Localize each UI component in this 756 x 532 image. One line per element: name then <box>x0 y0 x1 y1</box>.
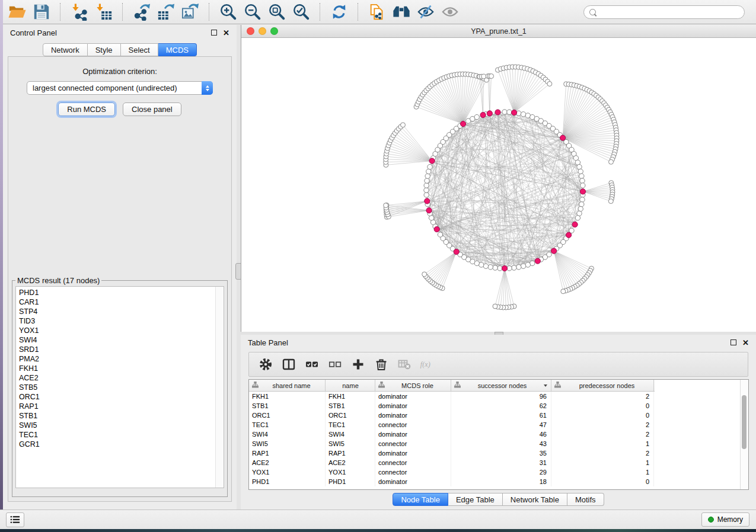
mcds-result-item[interactable]: ORC1 <box>19 392 224 402</box>
table-cell: connector <box>375 439 451 448</box>
mcds-result-item[interactable]: PHD1 <box>19 288 224 297</box>
node-table-row[interactable]: YOX1YOX1connector291 <box>249 467 748 477</box>
tab-mcds[interactable]: MCDS <box>158 43 197 56</box>
import-table-icon[interactable] <box>95 3 113 21</box>
optimization-criterion-select[interactable]: largest connected component (undirected) <box>27 81 213 95</box>
vertical-splitter[interactable] <box>237 25 241 509</box>
table-cell: SWI5 <box>249 439 326 448</box>
node-table-row[interactable]: ORC1ORC1dominator610 <box>249 411 748 420</box>
mcds-result-item[interactable]: ACE2 <box>19 373 224 383</box>
zoom-in-icon[interactable] <box>219 3 237 21</box>
table-cell: dominator <box>375 411 451 420</box>
network-canvas[interactable] <box>241 38 756 332</box>
close-window-icon[interactable] <box>247 27 254 35</box>
control-panel: Control Panel ✕ NetworkStyleSelectMCDS O… <box>3 25 237 509</box>
minimize-window-icon[interactable] <box>259 27 266 35</box>
select-all-icon[interactable] <box>304 357 320 371</box>
settings-icon[interactable] <box>258 357 273 371</box>
column-header-successor-nodes[interactable]: successor nodes <box>451 380 551 391</box>
deselect-all-icon[interactable] <box>327 357 343 371</box>
mcds-result-item[interactable]: PMA2 <box>19 354 224 364</box>
zoom-selected-icon[interactable] <box>292 3 310 21</box>
refresh-layout-icon[interactable] <box>330 3 348 21</box>
mcds-result-item[interactable]: FKH1 <box>19 364 224 373</box>
node-table-row[interactable]: STB1STB1dominator620 <box>249 401 748 411</box>
close-panel-icon[interactable]: ✕ <box>742 339 749 347</box>
run-mcds-button[interactable]: Run MCDS <box>58 102 115 116</box>
table-scrollbar[interactable] <box>740 380 748 489</box>
mcds-result-item[interactable]: GCR1 <box>19 440 224 449</box>
table-cell: ORC1 <box>326 411 375 420</box>
tab-select[interactable]: Select <box>121 43 158 56</box>
column-type-icon <box>454 382 461 389</box>
table-cell: 96 <box>451 392 551 401</box>
export-network-icon[interactable] <box>133 3 151 21</box>
open-file-icon[interactable] <box>8 3 26 21</box>
zoom-fit-icon[interactable] <box>268 3 286 21</box>
table-cell: dominator <box>375 448 451 458</box>
list-button[interactable] <box>6 512 24 527</box>
table-cell: ACE2 <box>326 458 375 467</box>
node-table-row[interactable]: SWI5SWI5connector431 <box>249 439 748 448</box>
delete-row-icon[interactable] <box>374 357 389 371</box>
save-session-icon[interactable] <box>33 3 50 21</box>
memory-button[interactable]: Memory <box>701 512 749 527</box>
export-table-icon[interactable] <box>157 3 175 21</box>
table-cell: 2 <box>551 392 654 401</box>
table-cell: 47 <box>451 420 551 430</box>
mcds-result-item[interactable]: STB1 <box>19 411 224 421</box>
zoom-out-icon[interactable] <box>244 3 261 21</box>
scrollbar-thumb[interactable] <box>742 395 747 449</box>
node-table-row[interactable]: RAP1RAP1dominator352 <box>249 448 748 458</box>
node-table-row[interactable]: FKH1FKH1dominator962 <box>249 392 748 401</box>
column-header-name[interactable]: name <box>326 380 375 391</box>
mcds-result-item[interactable]: CAR1 <box>19 297 224 307</box>
table-cell: 1 <box>551 458 654 467</box>
network-title: YPA_prune.txt_1 <box>471 27 527 36</box>
search-input[interactable] <box>596 7 744 17</box>
column-type-icon <box>252 382 259 389</box>
table-cell: 0 <box>551 477 654 486</box>
node-table-row[interactable]: TEC1TEC1connector472 <box>249 420 748 430</box>
node-table-row[interactable]: SWI4SWI4dominator462 <box>249 430 748 439</box>
float-panel-icon[interactable] <box>731 339 736 345</box>
close-panel-button[interactable]: Close panel <box>123 102 181 116</box>
mcds-result-list[interactable]: PHD1CAR1STP4TID3YOX1SWI4SRD1PMA2FKH1ACE2… <box>15 286 224 488</box>
mcds-result-item[interactable]: STP4 <box>19 307 224 316</box>
zoom-window-icon[interactable] <box>270 27 278 35</box>
tab-network[interactable]: Network <box>43 43 88 56</box>
table-cell: TEC1 <box>326 420 375 430</box>
hide-selected-icon[interactable] <box>417 3 435 21</box>
tab-edge-table[interactable]: Edge Table <box>448 493 503 506</box>
column-header-shared-name[interactable]: shared name <box>249 380 326 391</box>
node-table-row[interactable]: PHD1PHD1dominator180 <box>249 477 748 486</box>
mcds-result-item[interactable]: STB5 <box>19 383 224 392</box>
column-header-MCDS-role[interactable]: MCDS role <box>375 380 451 391</box>
mcds-result-item[interactable]: TID3 <box>19 316 224 326</box>
add-row-icon[interactable] <box>350 357 366 371</box>
mcds-result-item[interactable]: SRD1 <box>19 345 224 354</box>
tab-node-table[interactable]: Node Table <box>393 493 448 506</box>
split-view-icon[interactable] <box>281 357 296 371</box>
table-cell: 31 <box>451 458 551 467</box>
mcds-result-item[interactable]: TEC1 <box>19 430 224 440</box>
mcds-result-item[interactable]: SWI5 <box>19 421 224 430</box>
close-panel-icon[interactable]: ✕ <box>223 29 229 37</box>
mcds-result-item[interactable]: RAP1 <box>19 402 224 411</box>
table-cell: STB1 <box>249 401 326 411</box>
mcds-result-item[interactable]: YOX1 <box>19 326 224 335</box>
find-icon[interactable] <box>393 3 410 21</box>
tab-motifs[interactable]: Motifs <box>567 493 604 506</box>
import-network-icon[interactable] <box>71 3 88 21</box>
mcds-tab-content: Optimization criterion: largest connecte… <box>8 56 232 502</box>
export-image-icon[interactable] <box>181 3 199 21</box>
clone-network-icon[interactable] <box>368 3 386 21</box>
table-body: FKH1FKH1dominator962STB1STB1dominator620… <box>249 392 748 486</box>
column-header-predecessor-nodes[interactable]: predecessor nodes <box>551 380 654 391</box>
tab-style[interactable]: Style <box>88 43 121 56</box>
node-table-row[interactable]: ACE2ACE2connector311 <box>249 458 748 467</box>
float-panel-icon[interactable] <box>211 30 217 36</box>
mcds-result-item[interactable]: SWI4 <box>19 335 224 345</box>
search-field[interactable] <box>583 5 745 19</box>
tab-network-table[interactable]: Network Table <box>503 493 567 506</box>
